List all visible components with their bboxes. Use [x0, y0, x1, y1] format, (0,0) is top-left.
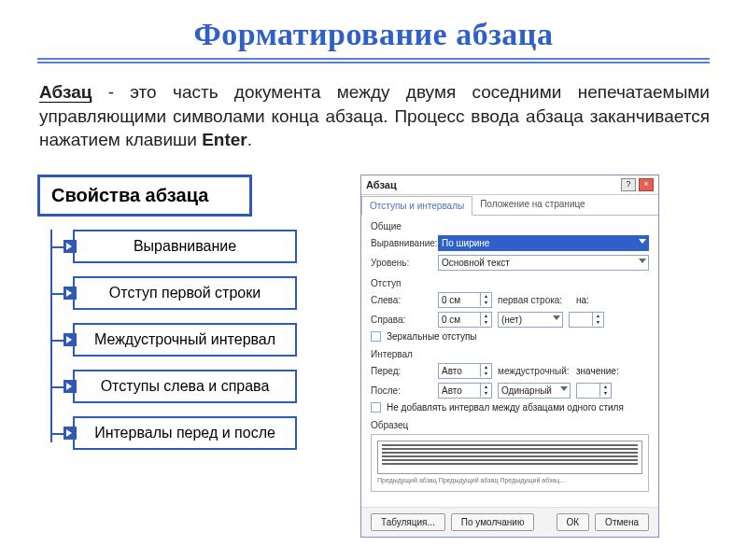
right-value: 0 см [439, 315, 480, 325]
group-preview: Образец Предыдущий абзац Предыдущий абза… [371, 420, 649, 492]
tree-item: Отступы слева и справа [37, 370, 336, 403]
dialog-tabs: Отступы и интервалы Положение на страниц… [361, 195, 658, 216]
mirror-label: Зеркальные отступы [387, 331, 477, 342]
group-general: Общие Выравнивание: По ширине Уровень: О… [371, 221, 649, 271]
close-icon[interactable]: × [639, 178, 654, 191]
nostyle-label: Не добавлять интервал между абзацами одн… [387, 402, 624, 413]
after-label: После: [371, 385, 432, 396]
paragraph-dialog: Абзац ? × Отступы и интервалы Положение … [360, 175, 659, 538]
line-label: междустрочный: [498, 366, 571, 376]
definition-tail: . [247, 130, 252, 149]
group-indent: Отступ Слева: 0 см▴▾ первая строка: на: … [371, 278, 649, 342]
firstline-on-label: на: [576, 295, 595, 305]
tree-item: Выравнивание [37, 230, 336, 263]
default-button[interactable]: По умолчанию [451, 513, 535, 531]
bullet-icon [63, 240, 77, 253]
level-label: Уровень: [371, 258, 432, 268]
tabs-button[interactable]: Табуляция... [371, 513, 445, 531]
properties-heading: Свойства абзаца [37, 175, 252, 217]
dialog-titlebar: Абзац ? × [361, 175, 658, 195]
help-icon[interactable]: ? [621, 178, 636, 191]
after-value: Авто [439, 385, 480, 396]
left-label: Слева: [371, 295, 432, 305]
chevron-down-icon [560, 386, 568, 391]
nostyle-checkbox[interactable] [371, 402, 381, 413]
preview-title: Образец [371, 420, 649, 430]
chevron-down-icon [639, 259, 646, 263]
group-spacing: Интервал Перед: Авто▴▾ междустрочный: зн… [371, 349, 649, 413]
before-label: Перед: [371, 366, 432, 376]
definition-body: - это часть документа между двумя соседн… [39, 82, 710, 149]
prop-line-spacing: Междустрочный интервал [73, 323, 297, 357]
preview-box: Предыдущий абзац Предыдущий абзац Предыд… [371, 434, 649, 492]
line-val-label: значение: [576, 366, 612, 376]
line-val-spinner[interactable]: ▴▾ [576, 383, 612, 399]
chevron-down-icon [639, 239, 646, 244]
tree-item: Отступ первой строки [37, 276, 336, 310]
firstline-label: первая строка: [498, 295, 571, 305]
align-value: По ширине [442, 238, 489, 248]
firstline-combo[interactable]: (нет) [498, 312, 563, 328]
line-value: Одинарный [501, 385, 552, 396]
bullet-icon [63, 287, 77, 300]
level-value: Основной текст [442, 258, 510, 268]
slide-title: Форматирование абзаца [37, 17, 710, 60]
level-combo[interactable]: Основной текст [438, 255, 649, 271]
prop-first-line-indent: Отступ первой строки [73, 276, 297, 310]
firstline-on-spinner[interactable]: ▴▾ [569, 312, 604, 328]
definition-enter: Enter [202, 130, 247, 149]
preview-lines [377, 441, 642, 474]
cancel-button[interactable]: Отмена [595, 513, 649, 531]
firstline-value: (нет) [501, 315, 522, 325]
left-value: 0 см [439, 295, 480, 305]
preview-caption: Предыдущий абзац Предыдущий абзац Предыд… [377, 477, 642, 484]
tree-item: Интервалы перед и после [37, 416, 336, 450]
after-spinner[interactable]: Авто▴▾ [438, 383, 492, 399]
tab-position[interactable]: Положение на странице [472, 195, 592, 215]
definition-term: Абзац [39, 82, 92, 103]
group-spacing-title: Интервал [371, 349, 649, 359]
prop-alignment: Выравнивание [73, 230, 297, 263]
before-spinner[interactable]: Авто▴▾ [438, 363, 492, 379]
chevron-down-icon [553, 315, 560, 320]
bullet-icon [63, 380, 77, 393]
line-combo[interactable]: Одинарный [498, 383, 571, 399]
prop-before-after-spacing: Интервалы перед и после [73, 416, 297, 450]
tab-indents[interactable]: Отступы и интервалы [361, 196, 472, 216]
dialog-title: Абзац [366, 179, 397, 190]
tree-item: Междустрочный интервал [37, 323, 336, 357]
left-spinner[interactable]: 0 см▴▾ [438, 292, 492, 308]
prop-left-right-indent: Отступы слева и справа [73, 370, 297, 403]
group-general-title: Общие [371, 221, 649, 231]
align-label: Выравнивание: [371, 238, 432, 248]
right-spinner[interactable]: 0 см▴▾ [438, 312, 492, 328]
right-label: Справа: [371, 315, 432, 325]
bullet-icon [63, 427, 77, 440]
bullet-icon [63, 333, 77, 346]
ok-button[interactable]: ОК [557, 513, 590, 531]
mirror-checkbox[interactable] [371, 331, 381, 342]
align-combo[interactable]: По ширине [438, 235, 649, 251]
group-indent-title: Отступ [371, 278, 649, 288]
properties-tree: Выравнивание Отступ первой строки Междус… [37, 230, 336, 450]
before-value: Авто [439, 366, 480, 376]
definition-paragraph: Абзац - это часть документа между двумя … [39, 80, 710, 152]
